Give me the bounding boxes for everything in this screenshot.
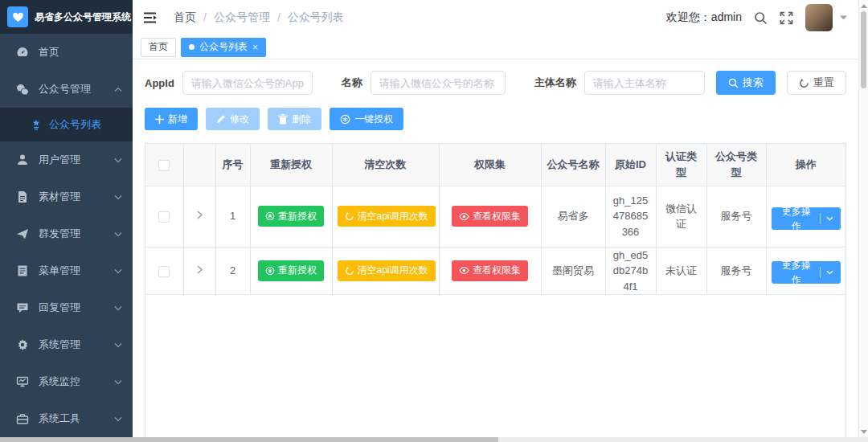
name-input[interactable] [371, 71, 506, 95]
name-label: 名称 [342, 76, 362, 90]
delete-button[interactable]: 删除 [268, 108, 321, 130]
close-icon[interactable]: × [252, 43, 258, 52]
sidebar-item-label: 首页 [39, 45, 59, 59]
horizontal-scrollbar[interactable] [0, 437, 868, 442]
menu-doc-icon [16, 264, 29, 277]
sidebar-item-menu-mgmt[interactable]: 菜单管理 [0, 252, 133, 289]
eye-icon [459, 266, 469, 275]
subject-input[interactable] [584, 71, 705, 95]
wechat-icon [16, 83, 29, 96]
appid-label: AppId [145, 77, 174, 89]
divider [820, 267, 821, 278]
view-permissions-button[interactable]: 查看权限集 [452, 206, 528, 227]
sidebar-item-system-monitor[interactable]: 系统监控 [0, 363, 133, 400]
hamburger-icon[interactable] [144, 12, 158, 23]
col-original-id: 原始ID [605, 144, 656, 186]
clear-api-count-button[interactable]: 清空api调用次数 [338, 206, 436, 227]
more-actions-button[interactable]: 更多操作 [772, 261, 841, 284]
chevron-down-icon [114, 379, 122, 385]
chevron-down-icon [114, 305, 122, 311]
search-button[interactable]: 搜索 [716, 71, 776, 95]
sidebar-item-wechat-list-active[interactable]: 公众号列表 [0, 108, 133, 141]
sidebar-item-label: 公众号管理 [39, 82, 91, 96]
sidebar-item-label: 系统管理 [39, 338, 80, 352]
heart-icon [7, 6, 28, 27]
col-clear: 清空次数 [332, 144, 439, 186]
table-row: 1 重新授权 清空api调用次数 [145, 186, 845, 247]
sidebar-item-label: 公众号列表 [49, 117, 101, 132]
sidebar-item-home[interactable]: 首页 [0, 34, 133, 71]
tab-home[interactable]: 首页 [141, 38, 176, 57]
active-dot-icon [189, 44, 194, 50]
cell-cert-type: 未认证 [656, 247, 706, 295]
divider [820, 213, 821, 224]
sidebar-item-material-mgmt[interactable]: 素材管理 [0, 178, 133, 215]
breadcrumb-separator: / [203, 11, 207, 24]
chevron-up-icon [114, 87, 122, 92]
scrollbar-thumb[interactable] [0, 437, 498, 442]
chevron-down-icon [114, 158, 122, 163]
avatar[interactable] [805, 4, 833, 31]
caret-down-icon[interactable] [840, 15, 847, 20]
add-button[interactable]: 新增 [145, 108, 198, 130]
breadcrumb: 首页 / 公众号管理 / 公众号列表 [174, 10, 344, 25]
refresh-icon [799, 78, 809, 88]
col-account-type: 公众号类型 [706, 144, 766, 186]
cell-name: 易省多 [541, 186, 605, 247]
search-icon[interactable] [754, 11, 768, 25]
toolbox-icon [16, 412, 29, 425]
sidebar-item-system-tools[interactable]: 系统工具 [0, 400, 133, 437]
clear-api-count-button[interactable]: 清空api调用次数 [338, 260, 436, 281]
chevron-down-icon[interactable] [826, 270, 833, 275]
app-logo[interactable]: 易省多公众号管理系统 [0, 0, 133, 34]
filter-form: AppId 名称 主体名称 搜索 重置 [145, 71, 846, 95]
cell-original-id: gh_125478685366 [605, 186, 656, 247]
chevron-right-icon[interactable] [197, 265, 203, 274]
plus-icon [155, 115, 164, 124]
chevron-down-icon [114, 231, 122, 237]
reauthorize-button[interactable]: 重新授权 [258, 260, 324, 281]
breadcrumb-item: 公众号列表 [288, 10, 344, 25]
select-all-checkbox[interactable] [158, 160, 170, 171]
sidebar-item-system-mgmt[interactable]: 系统管理 [0, 326, 133, 363]
welcome-text: 欢迎您：admin [666, 10, 742, 25]
message-icon [16, 301, 29, 314]
tab-label: 首页 [149, 40, 168, 54]
sidebar: 易省多公众号管理系统 首页 公众号管理 公众号列表 用户管理 [0, 0, 133, 442]
reset-button[interactable]: 重置 [787, 71, 846, 95]
monitor-icon [16, 375, 29, 388]
row-checkbox[interactable] [158, 266, 170, 277]
cell-name: 墨阁贸易 [541, 247, 605, 295]
sidebar-item-user-mgmt[interactable]: 用户管理 [0, 141, 133, 178]
scrollbar-thumb[interactable] [861, 11, 866, 88]
sidebar-item-label: 系统工具 [39, 411, 80, 426]
sidebar-item-broadcast-mgmt[interactable]: 群发管理 [0, 215, 133, 252]
view-permissions-button[interactable]: 查看权限集 [452, 260, 528, 281]
col-reauth: 重新授权 [250, 144, 332, 186]
one-key-auth-button[interactable]: 一键授权 [330, 108, 403, 130]
chevron-down-icon[interactable] [826, 216, 833, 221]
sidebar-item-label: 系统监控 [39, 374, 80, 389]
more-actions-button[interactable]: 更多操作 [772, 207, 841, 230]
edit-button[interactable]: 修改 [206, 108, 260, 130]
sidebar-item-reply-mgmt[interactable]: 回复管理 [0, 289, 133, 326]
col-name: 公众号名称 [541, 144, 605, 186]
cell-account-type: 服务号 [706, 247, 766, 295]
reauthorize-button[interactable]: 重新授权 [258, 206, 324, 227]
tab-wechat-list[interactable]: 公众号列表 × [181, 38, 266, 57]
row-checkbox[interactable] [158, 211, 170, 223]
breadcrumb-home[interactable]: 首页 [174, 10, 196, 25]
user-icon [16, 153, 29, 166]
sidebar-item-wechat-mgmt[interactable]: 公众号管理 [0, 71, 133, 108]
cell-cert-type: 微信认证 [656, 186, 706, 247]
fullscreen-icon[interactable] [780, 11, 793, 25]
scroll-down-icon[interactable] [861, 430, 867, 434]
appid-input[interactable] [182, 71, 313, 95]
authorize-circle-icon [265, 266, 275, 276]
sidebar-item-label: 回复管理 [39, 301, 80, 315]
subject-label: 主体名称 [534, 76, 576, 90]
vertical-scrollbar[interactable] [858, 0, 868, 442]
chevron-right-icon[interactable] [197, 211, 203, 219]
scroll-up-icon[interactable] [861, 4, 867, 8]
chevron-down-icon [114, 268, 122, 274]
